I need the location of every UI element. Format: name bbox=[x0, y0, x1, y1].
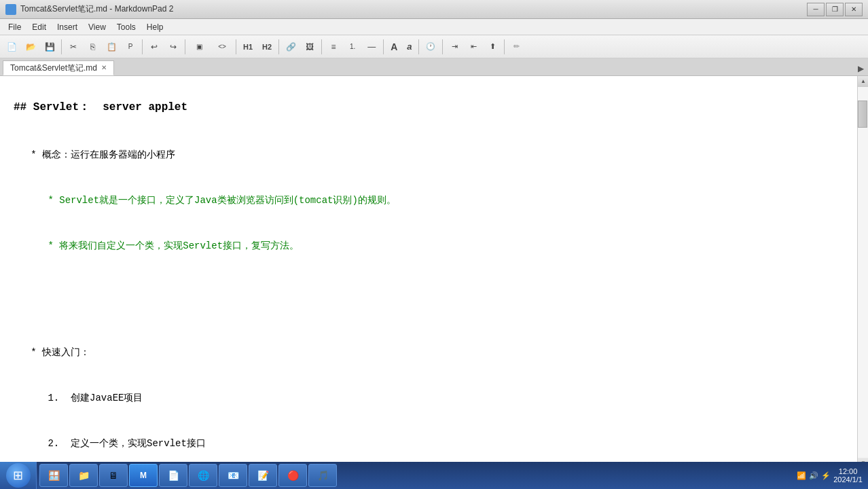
taskbar-email[interactable]: 📧 bbox=[219, 464, 247, 487]
tray-icon-1: 📶 bbox=[797, 471, 806, 480]
tray-icon-2: 🔊 bbox=[809, 471, 818, 480]
taskbar-monitor[interactable]: 🖥 bbox=[99, 464, 128, 487]
toolbar-sep-3 bbox=[185, 39, 185, 54]
start-orb: ⊞ bbox=[6, 463, 31, 488]
tab-bar: Tomcat&Servlet笔记.md ✕ ▶ bbox=[0, 58, 868, 76]
browser-icon: 🌐 bbox=[195, 467, 211, 484]
menu-view[interactable]: View bbox=[83, 21, 111, 33]
tray-icon-3: ⚡ bbox=[821, 471, 831, 480]
scroll-up-arrow[interactable]: ▲ bbox=[858, 76, 868, 87]
editor-container: ## Servlet： server applet * 概念：运行在服务器端的小… bbox=[0, 76, 868, 469]
ul-button[interactable]: ≡ bbox=[325, 38, 342, 56]
menu-help[interactable]: Help bbox=[141, 21, 169, 33]
tab-label: Tomcat&Servlet笔记.md bbox=[10, 62, 97, 74]
taskbar-items: 🪟 📁 🖥 M 📄 🌐 📧 📝 🔴 🎵 bbox=[37, 462, 791, 489]
outdent-button[interactable]: ⇤ bbox=[465, 38, 482, 56]
taskbar-media[interactable]: 🎵 bbox=[308, 464, 337, 487]
toolbar-sep-1 bbox=[61, 39, 62, 54]
monitor-icon: 🖥 bbox=[105, 467, 122, 484]
copy-button[interactable]: ⎘ bbox=[84, 38, 101, 56]
markdownpad-icon: M bbox=[135, 467, 151, 484]
tray-time-display: 12:00 bbox=[833, 467, 863, 475]
line-1: ## Servlet： server applet bbox=[14, 101, 187, 113]
taskbar-explorer[interactable]: 🪟 bbox=[39, 464, 68, 487]
toolbar-sep-6 bbox=[321, 39, 322, 54]
toolbar-sep-4 bbox=[236, 39, 236, 54]
scroll-thumb[interactable] bbox=[858, 101, 867, 128]
pencil-icon: ✏ bbox=[507, 38, 525, 56]
line-2: * 概念：运行在服务器端的小程序 bbox=[14, 149, 175, 160]
start-button[interactable]: ⊞ bbox=[0, 462, 37, 489]
ol-button[interactable]: 1. bbox=[344, 38, 361, 56]
save-button[interactable]: 💾 bbox=[41, 38, 58, 56]
paste-button[interactable]: 📋 bbox=[103, 38, 120, 56]
folder-icon: 📁 bbox=[75, 467, 92, 484]
ide-icon: 📝 bbox=[255, 467, 271, 484]
line-3: * Servlet就是一个接口，定义了Java类被浏览器访问到(tomcat识别… bbox=[14, 195, 396, 206]
tab-scroll-arrow[interactable]: ▶ bbox=[854, 62, 868, 75]
scroll-track[interactable] bbox=[858, 87, 868, 458]
vm-icon: 🔴 bbox=[285, 467, 301, 484]
link-button[interactable]: 🔗 bbox=[282, 38, 300, 56]
window-controls: ─ ❐ ✕ bbox=[807, 3, 863, 16]
new-button[interactable]: 📄 bbox=[3, 38, 20, 56]
system-tray: 📶 🔊 ⚡ 12:00 2024/1/1 bbox=[791, 467, 868, 484]
media-icon: 🎵 bbox=[314, 467, 331, 484]
line-4: * 将来我们自定义一个类，实现Servlet接口，复写方法。 bbox=[14, 240, 299, 251]
toolbar-sep-2 bbox=[142, 39, 143, 54]
close-button[interactable]: ✕ bbox=[845, 3, 863, 16]
taskbar-notepad[interactable]: 📄 bbox=[159, 464, 187, 487]
menu-bar: File Edit Insert View Tools Help bbox=[0, 19, 868, 35]
taskbar-browser[interactable]: 🌐 bbox=[189, 464, 217, 487]
menu-tools[interactable]: Tools bbox=[111, 21, 141, 33]
taskbar-vm[interactable]: 🔴 bbox=[278, 464, 307, 487]
explorer-icon: 🪟 bbox=[46, 467, 62, 484]
toolbar-sep-10 bbox=[504, 39, 505, 54]
notepad-icon: 📄 bbox=[165, 467, 181, 484]
preview-toggle[interactable]: ▣ bbox=[188, 38, 210, 56]
timestamp-button[interactable]: 🕐 bbox=[422, 38, 439, 56]
image-button[interactable]: 🖼 bbox=[301, 38, 319, 56]
h1-button[interactable]: H1 bbox=[239, 38, 257, 56]
italic-button[interactable]: a bbox=[403, 38, 416, 56]
window-title: Tomcat&Servlet笔记.md - MarkdownPad 2 bbox=[20, 3, 173, 15]
taskbar-folder[interactable]: 📁 bbox=[69, 464, 98, 487]
redo-button[interactable]: ↪ bbox=[164, 38, 182, 56]
tab-main[interactable]: Tomcat&Servlet笔记.md ✕ bbox=[3, 60, 114, 75]
open-button[interactable]: 📂 bbox=[22, 38, 39, 56]
vertical-scrollbar[interactable]: ▲ ▼ bbox=[857, 76, 868, 469]
line-8: 1. 创建JavaEE项目 bbox=[14, 393, 143, 403]
cut-button[interactable]: ✂ bbox=[65, 38, 82, 56]
hr-button[interactable]: — bbox=[363, 38, 380, 56]
app-icon bbox=[5, 4, 16, 15]
toolbar-sep-8 bbox=[418, 39, 419, 54]
bold-button[interactable]: A bbox=[386, 38, 401, 56]
line-7: * 快速入门： bbox=[14, 347, 90, 358]
editor-content[interactable]: ## Servlet： server applet * 概念：运行在服务器端的小… bbox=[0, 76, 857, 469]
toolbar-sep-9 bbox=[442, 39, 443, 54]
toolbar: 📄 📂 💾 ✂ ⎘ 📋 P ↩ ↪ ▣ <> H1 H2 🔗 🖼 ≡ 1. — … bbox=[0, 35, 868, 58]
taskbar-ide[interactable]: 📝 bbox=[249, 464, 277, 487]
tray-clock: 12:00 2024/1/1 bbox=[833, 467, 863, 484]
title-bar: Tomcat&Servlet笔记.md - MarkdownPad 2 ─ ❐ … bbox=[0, 0, 868, 19]
windows-logo: ⊞ bbox=[13, 468, 23, 483]
tab-close-button[interactable]: ✕ bbox=[101, 65, 107, 71]
paste-plain-button[interactable]: P bbox=[122, 38, 139, 56]
indent-button[interactable]: ⇥ bbox=[446, 38, 463, 56]
export-button[interactable]: ⬆ bbox=[484, 38, 501, 56]
undo-button[interactable]: ↩ bbox=[145, 38, 163, 56]
email-icon: 📧 bbox=[225, 467, 241, 484]
toolbar-sep-5 bbox=[278, 39, 279, 54]
menu-insert[interactable]: Insert bbox=[52, 21, 83, 33]
menu-edit[interactable]: Edit bbox=[26, 21, 52, 33]
code-toggle[interactable]: <> bbox=[211, 38, 233, 56]
tray-date-display: 2024/1/1 bbox=[833, 475, 863, 484]
taskbar: ⊞ 🪟 📁 🖥 M 📄 🌐 📧 📝 🔴 🎵 bbox=[0, 462, 868, 489]
menu-file[interactable]: File bbox=[3, 21, 26, 33]
taskbar-markdownpad[interactable]: M bbox=[129, 464, 158, 487]
minimize-button[interactable]: ─ bbox=[807, 3, 825, 16]
line-9: 2. 定义一个类，实现Servlet接口 bbox=[14, 438, 206, 449]
restore-button[interactable]: ❐ bbox=[826, 3, 844, 16]
h2-button[interactable]: H2 bbox=[258, 38, 276, 56]
toolbar-sep-7 bbox=[383, 39, 384, 54]
